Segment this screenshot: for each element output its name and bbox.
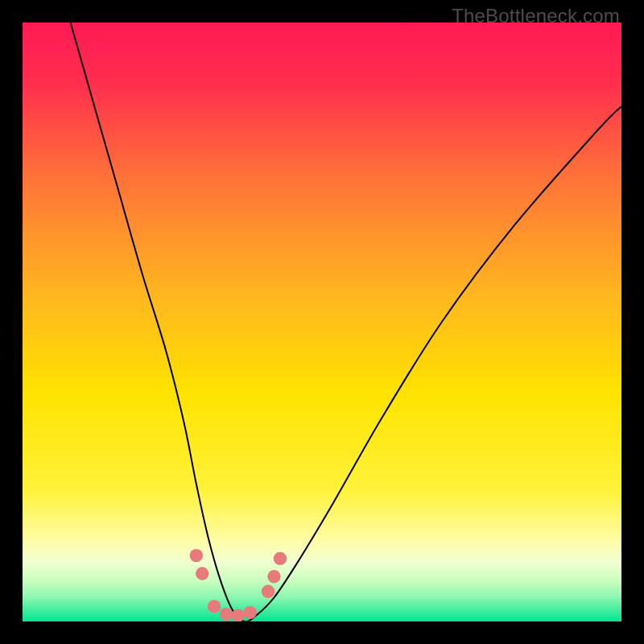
plot-area	[23, 23, 621, 621]
highlight-marker	[244, 606, 257, 619]
gradient-background	[23, 23, 621, 621]
watermark-text: TheBottleneck.com	[452, 5, 620, 27]
highlight-marker	[232, 609, 245, 621]
highlight-marker	[190, 549, 203, 562]
highlight-marker	[208, 600, 221, 613]
highlight-marker	[274, 552, 287, 565]
highlight-marker	[262, 585, 275, 598]
chart-frame: TheBottleneck.com	[0, 0, 644, 644]
highlight-marker	[196, 567, 208, 580]
chart-svg	[23, 23, 621, 621]
highlight-marker	[220, 608, 233, 621]
highlight-marker	[267, 570, 280, 583]
